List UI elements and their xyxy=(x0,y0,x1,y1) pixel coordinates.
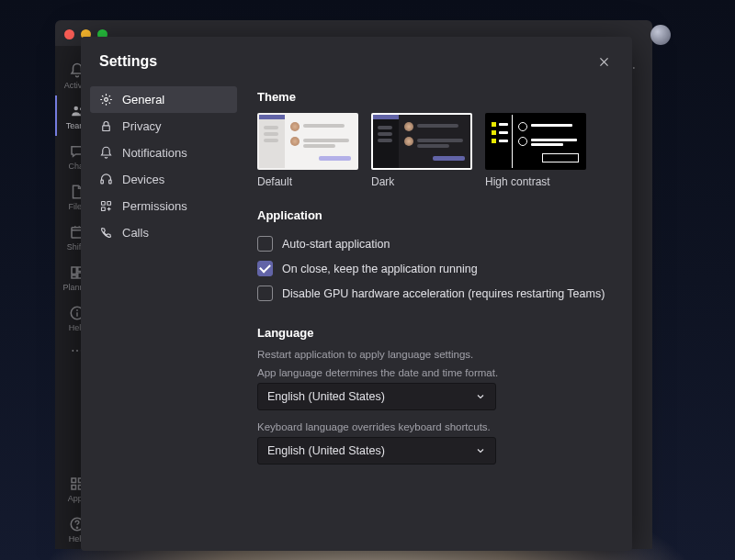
svg-rect-22 xyxy=(102,207,106,211)
theme-preview-dark xyxy=(371,113,472,170)
disable-gpu-checkbox[interactable] xyxy=(257,286,273,301)
close-icon xyxy=(598,56,610,68)
select-value: English (United States) xyxy=(267,444,385,457)
theme-options: Default Dark xyxy=(257,113,610,188)
svg-rect-3 xyxy=(72,267,76,274)
auto-start-checkbox[interactable] xyxy=(257,236,273,252)
theme-dark[interactable]: Dark xyxy=(371,113,472,188)
svg-rect-10 xyxy=(72,478,76,483)
nav-label: Calls xyxy=(122,226,149,240)
auto-start-row[interactable]: Auto-start application xyxy=(257,231,610,256)
keep-running-row[interactable]: On close, keep the application running xyxy=(257,256,610,281)
nav-calls[interactable]: Calls xyxy=(90,219,237,246)
keyboard-language-select[interactable]: English (United States) xyxy=(257,437,496,465)
chevron-down-icon xyxy=(475,445,486,456)
theme-label: Default xyxy=(257,175,358,188)
svg-rect-17 xyxy=(103,126,110,131)
theme-high-contrast[interactable]: High contrast xyxy=(485,113,586,188)
check-label: On close, keep the application running xyxy=(282,263,478,275)
nav-general[interactable]: General xyxy=(90,86,237,113)
app-language-select[interactable]: English (United States) xyxy=(257,383,496,410)
nav-notifications[interactable]: Notifications xyxy=(90,140,237,166)
nav-label: Notifications xyxy=(122,146,187,160)
nav-label: Devices xyxy=(122,173,164,186)
settings-nav: General Privacy Notifications Devices Pe… xyxy=(81,83,246,551)
headset-icon xyxy=(99,173,113,186)
nav-devices[interactable]: Devices xyxy=(90,166,237,193)
check-label: Auto-start application xyxy=(282,238,390,251)
avatar[interactable] xyxy=(650,25,671,45)
svg-point-15 xyxy=(76,527,77,528)
settings-content: Theme Default xyxy=(246,83,632,551)
application-heading: Application xyxy=(257,208,610,222)
theme-heading: Theme xyxy=(257,90,610,104)
theme-default[interactable]: Default xyxy=(257,113,358,188)
bell-icon xyxy=(99,146,113,160)
chevron-down-icon xyxy=(475,391,486,402)
disable-gpu-row[interactable]: Disable GPU hardware acceleration (requi… xyxy=(257,281,610,306)
svg-rect-18 xyxy=(101,180,104,184)
svg-rect-12 xyxy=(72,486,76,490)
theme-preview-default xyxy=(257,113,358,170)
nav-label: Permissions xyxy=(122,199,187,213)
nav-permissions[interactable]: Permissions xyxy=(90,193,237,219)
theme-label: High contrast xyxy=(485,175,586,188)
language-heading: Language xyxy=(257,326,610,340)
check-label: Disable GPU hardware acceleration (requi… xyxy=(282,287,605,300)
close-button[interactable] xyxy=(594,51,614,72)
nav-label: Privacy xyxy=(122,119,162,133)
keyboard-language-label: Keyboard language overrides keyboard sho… xyxy=(257,421,610,432)
settings-dialog: Settings General Privacy Notifications D… xyxy=(81,37,632,551)
svg-point-0 xyxy=(74,106,79,111)
keep-running-checkbox[interactable] xyxy=(257,261,273,276)
svg-rect-20 xyxy=(102,202,106,206)
language-restart-note: Restart application to apply language se… xyxy=(257,349,610,360)
theme-label: Dark xyxy=(371,175,472,188)
permissions-icon xyxy=(99,199,113,213)
lock-icon xyxy=(99,119,113,133)
svg-rect-21 xyxy=(107,202,111,206)
svg-rect-19 xyxy=(109,180,112,184)
svg-point-8 xyxy=(76,309,78,311)
svg-rect-6 xyxy=(72,275,76,278)
nav-privacy[interactable]: Privacy xyxy=(90,113,237,140)
dialog-header: Settings xyxy=(81,37,632,83)
dialog-title: Settings xyxy=(99,53,157,70)
nav-label: General xyxy=(122,93,164,106)
app-language-label: App language determines the date and tim… xyxy=(257,367,610,378)
close-window-icon[interactable] xyxy=(64,29,74,39)
theme-preview-high-contrast xyxy=(485,113,586,170)
phone-icon xyxy=(99,226,113,240)
svg-point-16 xyxy=(105,98,108,102)
svg-rect-9 xyxy=(76,312,78,317)
select-value: English (United States) xyxy=(267,390,385,403)
gear-icon xyxy=(99,93,113,106)
